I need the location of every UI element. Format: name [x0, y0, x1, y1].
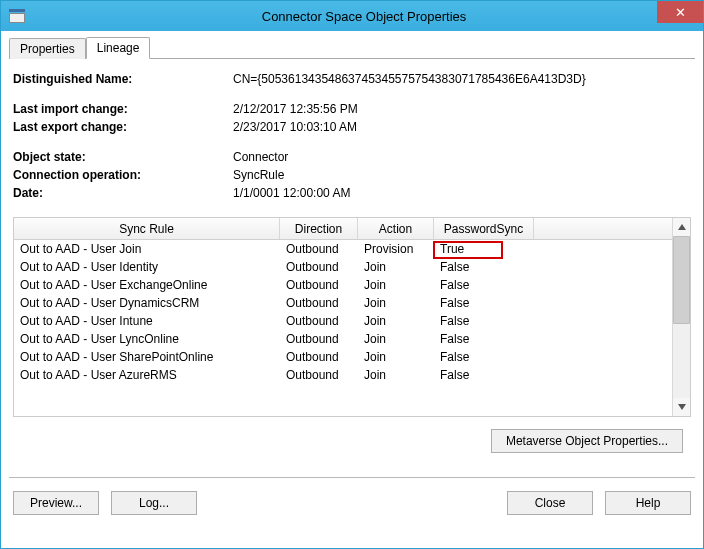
date-label: Date:: [13, 185, 233, 201]
close-button[interactable]: Close: [507, 491, 593, 515]
cell-action: Join: [358, 350, 434, 364]
object-state-value: Connector: [233, 149, 695, 165]
cell-direction: Outbound: [280, 242, 358, 256]
cell-password-sync: False: [434, 332, 534, 346]
window-icon: [9, 9, 25, 23]
cell-sync-rule: Out to AAD - User SharePointOnline: [14, 350, 280, 364]
cell-direction: Outbound: [280, 314, 358, 328]
table-row[interactable]: Out to AAD - User LyncOnlineOutboundJoin…: [14, 330, 672, 348]
help-button[interactable]: Help: [605, 491, 691, 515]
dn-value: CN={505361343548637453455757543830717854…: [233, 71, 695, 87]
dialog-footer: Preview... Log... Close Help: [13, 491, 691, 515]
vertical-scrollbar[interactable]: [672, 218, 690, 416]
col-header-password-sync[interactable]: PasswordSync: [434, 218, 534, 239]
window-title: Connector Space Object Properties: [25, 9, 703, 24]
object-state-label: Object state:: [13, 149, 233, 165]
scrollbar-track[interactable]: [673, 324, 690, 398]
tab-strip: Properties Lineage: [9, 37, 695, 59]
cell-action: Join: [358, 332, 434, 346]
cell-action: Join: [358, 296, 434, 310]
log-button[interactable]: Log...: [111, 491, 197, 515]
cell-action: Join: [358, 260, 434, 274]
tab-properties[interactable]: Properties: [9, 38, 86, 59]
cell-direction: Outbound: [280, 278, 358, 292]
table-row[interactable]: Out to AAD - User ExchangeOnlineOutbound…: [14, 276, 672, 294]
cell-sync-rule: Out to AAD - User Identity: [14, 260, 280, 274]
table-row[interactable]: Out to AAD - User DynamicsCRMOutboundJoi…: [14, 294, 672, 312]
cell-password-sync: False: [434, 368, 534, 382]
cell-sync-rule: Out to AAD - User DynamicsCRM: [14, 296, 280, 310]
cell-direction: Outbound: [280, 368, 358, 382]
col-header-sync-rule[interactable]: Sync Rule: [14, 218, 280, 239]
cell-password-sync: True: [434, 242, 534, 256]
cell-action: Provision: [358, 242, 434, 256]
close-icon: ✕: [675, 5, 686, 20]
cell-action: Join: [358, 278, 434, 292]
title-bar: Connector Space Object Properties ✕: [1, 1, 703, 31]
last-export-value: 2/23/2017 10:03:10 AM: [233, 119, 695, 135]
cell-sync-rule: Out to AAD - User AzureRMS: [14, 368, 280, 382]
scroll-up-icon[interactable]: [673, 218, 690, 236]
col-header-action[interactable]: Action: [358, 218, 434, 239]
cell-action: Join: [358, 314, 434, 328]
cell-password-sync: False: [434, 350, 534, 364]
cell-password-sync: False: [434, 296, 534, 310]
list-body: Out to AAD - User JoinOutboundProvisionT…: [14, 240, 672, 416]
connection-operation-value: SyncRule: [233, 167, 695, 183]
date-value: 1/1/0001 12:00:00 AM: [233, 185, 695, 201]
last-import-value: 2/12/2017 12:35:56 PM: [233, 101, 695, 117]
table-row[interactable]: Out to AAD - User IntuneOutboundJoinFals…: [14, 312, 672, 330]
table-row[interactable]: Out to AAD - User AzureRMSOutboundJoinFa…: [14, 366, 672, 384]
table-row[interactable]: Out to AAD - User JoinOutboundProvisionT…: [14, 240, 672, 258]
cell-password-sync: False: [434, 260, 534, 274]
svg-marker-0: [678, 224, 686, 230]
close-window-button[interactable]: ✕: [657, 1, 703, 23]
cell-direction: Outbound: [280, 350, 358, 364]
cell-sync-rule: Out to AAD - User LyncOnline: [14, 332, 280, 346]
tab-lineage[interactable]: Lineage: [86, 37, 151, 59]
scroll-down-icon[interactable]: [673, 398, 690, 416]
metaverse-properties-button[interactable]: Metaverse Object Properties...: [491, 429, 683, 453]
cell-sync-rule: Out to AAD - User ExchangeOnline: [14, 278, 280, 292]
preview-button[interactable]: Preview...: [13, 491, 99, 515]
table-row[interactable]: Out to AAD - User SharePointOnlineOutbou…: [14, 348, 672, 366]
cell-action: Join: [358, 368, 434, 382]
svg-marker-1: [678, 404, 686, 410]
scrollbar-thumb[interactable]: [673, 236, 690, 324]
dn-label: Distinguished Name:: [13, 71, 233, 87]
table-row[interactable]: Out to AAD - User IdentityOutboundJoinFa…: [14, 258, 672, 276]
lineage-panel: Distinguished Name: CN={5053613435486374…: [9, 59, 695, 453]
cell-password-sync: False: [434, 278, 534, 292]
cell-password-sync: False: [434, 314, 534, 328]
last-export-label: Last export change:: [13, 119, 233, 135]
sync-rule-list[interactable]: Sync Rule Direction Action PasswordSync …: [13, 217, 691, 417]
cell-sync-rule: Out to AAD - User Join: [14, 242, 280, 256]
cell-direction: Outbound: [280, 260, 358, 274]
cell-sync-rule: Out to AAD - User Intune: [14, 314, 280, 328]
cell-direction: Outbound: [280, 332, 358, 346]
last-import-label: Last import change:: [13, 101, 233, 117]
col-header-direction[interactable]: Direction: [280, 218, 358, 239]
connection-operation-label: Connection operation:: [13, 167, 233, 183]
cell-direction: Outbound: [280, 296, 358, 310]
separator: [9, 477, 695, 479]
list-header: Sync Rule Direction Action PasswordSync: [14, 218, 672, 240]
